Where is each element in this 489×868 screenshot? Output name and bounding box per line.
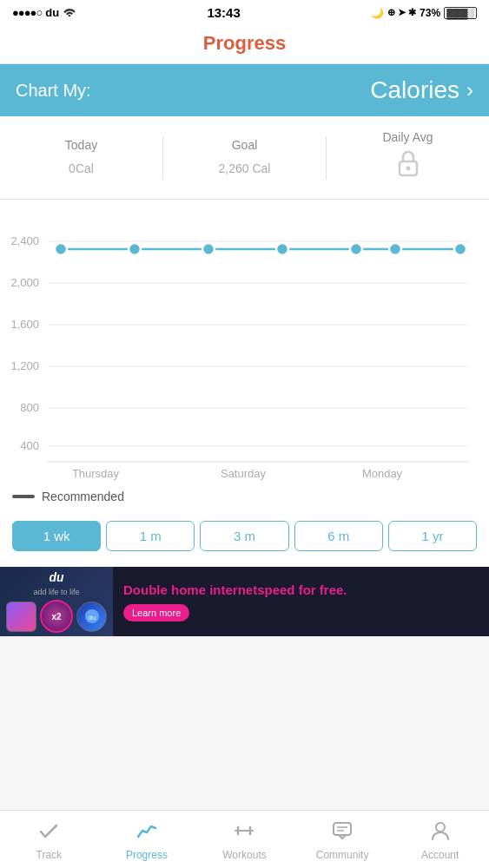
status-time: 13:43: [207, 5, 240, 20]
chart-container: 2,400 2,000 1,600 1,200 800 400 Thursday: [0, 200, 489, 567]
chart-legend: Recommended: [0, 486, 489, 512]
signal-dots: ●●●●○: [12, 6, 42, 19]
time-btn-3m[interactable]: 3 m: [200, 521, 288, 551]
chart-my-chevron: ›: [466, 78, 473, 102]
stat-daily-avg: Daily Avg: [327, 130, 489, 185]
time-btn-1m[interactable]: 1 m: [106, 521, 195, 551]
ad-title-text: Double home internetspeed for free.: [123, 582, 347, 597]
status-left: ●●●●○ du: [12, 6, 76, 19]
data-point: [389, 243, 401, 255]
time-period-selector: 1 wk 1 m 3 m 6 m 1 yr: [0, 512, 489, 563]
svg-text:800: 800: [20, 401, 39, 414]
workouts-label: Workouts: [222, 849, 266, 861]
ad-banner[interactable]: du add life to life x2 du Double home in…: [0, 567, 489, 636]
ad-logo: du: [49, 570, 63, 584]
svg-text:400: 400: [20, 439, 39, 452]
data-point: [454, 243, 466, 255]
progress-label: Progress: [126, 849, 168, 861]
today-label: Today: [0, 138, 162, 152]
ad-images: x2 du: [6, 600, 107, 633]
community-icon: [331, 819, 354, 845]
ad-cta-button[interactable]: Learn more: [123, 604, 189, 621]
status-right: 🌙 ⊕ ➤ ✱ 73% ▓▓▓░: [371, 7, 477, 19]
svg-text:Saturday: Saturday: [221, 467, 267, 480]
line-chart: 2,400 2,000 1,600 1,200 800 400 Thursday: [0, 200, 489, 486]
moon-icon: 🌙: [371, 7, 384, 19]
svg-text:2,000: 2,000: [10, 276, 39, 289]
svg-text:1,600: 1,600: [10, 318, 39, 331]
account-icon: [429, 819, 452, 845]
ad-right: Double home internetspeed for free. Lear…: [113, 573, 489, 630]
ad-multiplier: x2: [40, 600, 73, 633]
ad-left: du add life to life x2 du: [0, 567, 113, 636]
goal-value: 2,260 Cal: [163, 155, 326, 178]
stat-today: Today 0Cal: [0, 138, 162, 178]
app-header: Progress: [0, 25, 489, 64]
ad-title: Double home internetspeed for free.: [123, 582, 479, 599]
nav-item-workouts[interactable]: Workouts: [195, 811, 294, 868]
data-point: [129, 243, 141, 255]
svg-text:Thursday: Thursday: [72, 467, 120, 480]
track-icon: [37, 819, 60, 845]
nav-item-track[interactable]: Track: [0, 811, 98, 868]
data-point: [350, 243, 362, 255]
community-label: Community: [316, 849, 369, 861]
page-title: Progress: [0, 32, 489, 55]
data-point: [202, 243, 215, 255]
nav-item-community[interactable]: Community: [294, 811, 392, 868]
carrier: du: [45, 6, 59, 19]
nav-item-account[interactable]: Account: [391, 811, 489, 868]
goal-label: Goal: [163, 138, 326, 152]
nav-item-progress[interactable]: Progress: [98, 811, 196, 868]
today-value: 0Cal: [0, 155, 162, 178]
battery-text: 73%: [420, 7, 440, 19]
bottom-nav: Track Progress Workouts: [0, 810, 489, 868]
svg-text:2,400: 2,400: [10, 234, 39, 247]
svg-text:1,200: 1,200: [10, 359, 39, 372]
svg-text:Monday: Monday: [362, 467, 403, 480]
legend-line-icon: [12, 495, 35, 498]
daily-avg-label: Daily Avg: [327, 130, 489, 144]
legend-label: Recommended: [42, 490, 124, 503]
track-label: Track: [36, 849, 63, 861]
svg-text:du: du: [88, 614, 96, 621]
wifi-icon: [63, 6, 76, 19]
chart-my-value: Calories: [370, 76, 459, 104]
status-bar: ●●●●○ du 13:43 🌙 ⊕ ➤ ✱ 73% ▓▓▓░: [0, 0, 489, 25]
stat-goal: Goal 2,260 Cal: [163, 138, 326, 178]
workouts-icon: [233, 819, 255, 845]
account-label: Account: [421, 849, 459, 861]
chart-my-bar[interactable]: Chart My: Calories ›: [0, 64, 489, 116]
time-btn-1yr[interactable]: 1 yr: [388, 521, 477, 551]
data-point: [55, 243, 67, 255]
location-icon: ⊕ ➤ ✱: [387, 7, 416, 18]
svg-point-28: [436, 823, 445, 832]
time-btn-1wk[interactable]: 1 wk: [12, 521, 101, 551]
chart-my-label: Chart My:: [16, 81, 91, 101]
progress-icon: [135, 819, 158, 845]
battery-icon: ▓▓▓░: [444, 7, 477, 19]
time-btn-6m[interactable]: 6 m: [294, 521, 383, 551]
data-point: [276, 243, 288, 255]
stats-row: Today 0Cal Goal 2,260 Cal Daily Avg: [0, 116, 489, 200]
lock-icon: [327, 148, 489, 185]
svg-rect-25: [334, 823, 351, 835]
svg-point-1: [406, 167, 410, 171]
ad-tagline: add life to life: [33, 588, 79, 596]
